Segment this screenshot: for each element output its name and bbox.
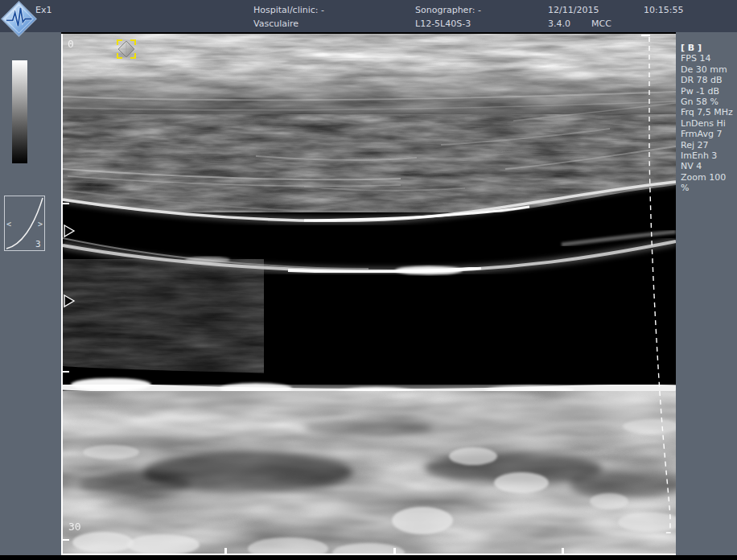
param-depth: De 30 mm <box>681 64 737 75</box>
mode-label: [ B ] <box>681 43 737 53</box>
depth-start-label: 0 <box>68 38 74 50</box>
date-label: 12/11/2015 <box>548 5 599 15</box>
us-intima-dim-blob <box>185 257 230 263</box>
footer-strip <box>0 555 737 560</box>
param-nv: NV 4 <box>681 161 737 171</box>
param-fps: FPS 14 <box>681 53 737 64</box>
ultrasound-canvas[interactable]: 0 30 <box>63 34 676 554</box>
hospital-label: Hospital/clinic: - <box>253 5 324 15</box>
param-imenh: ImEnh 3 <box>681 150 737 161</box>
gamma-right-arrow[interactable]: > <box>38 220 43 229</box>
param-freq: Frq 7,5 MHz <box>681 107 737 117</box>
param-dr: DR 78 dB <box>681 75 737 85</box>
time-label: 10:15:55 <box>644 5 683 15</box>
param-zoom: Zoom 100 % <box>681 172 737 194</box>
reg-label: MCC <box>591 19 611 29</box>
grayscale-bar <box>12 60 27 163</box>
pulse-diamond-logo <box>1 1 37 37</box>
param-gain: Gn 58 % <box>681 97 737 107</box>
param-rej: Rej 27 <box>681 140 737 150</box>
acquisition-params: [ B ] FPS 14 De 30 mm DR 78 dB Pw -1 dB … <box>681 43 737 194</box>
us-lumen-speckle <box>63 259 264 380</box>
gamma-curve-value: 3 <box>35 239 41 249</box>
gamma-left-arrow[interactable]: < <box>6 220 11 229</box>
param-pw: Pw -1 dB <box>681 86 737 97</box>
probe-label: L12-5L40S-3 <box>415 19 471 29</box>
version-label: 3.4.0 <box>548 19 570 29</box>
us-deep-tissue <box>63 380 676 554</box>
header-bar: Ex1 Hospital/clinic: - Vasculaire Sonogr… <box>0 0 737 32</box>
depth-end-label: 30 <box>68 521 81 533</box>
ultrasound-app-window: { "header": { "logo": "pulse-diamond-log… <box>0 0 737 560</box>
exam-label: Ex1 <box>35 5 51 15</box>
sonographer-label: Sonographer: - <box>415 5 481 15</box>
preset-label: Vasculaire <box>253 19 299 29</box>
param-lndens: LnDens Hi <box>681 118 737 129</box>
left-tool-panel <box>0 32 61 555</box>
param-frmavg: FrmAvg 7 <box>681 129 737 139</box>
us-intima-bright-blob <box>395 266 463 275</box>
us-nearfield-tissue <box>63 34 676 125</box>
gamma-curve-box: < > 3 <box>4 196 45 251</box>
